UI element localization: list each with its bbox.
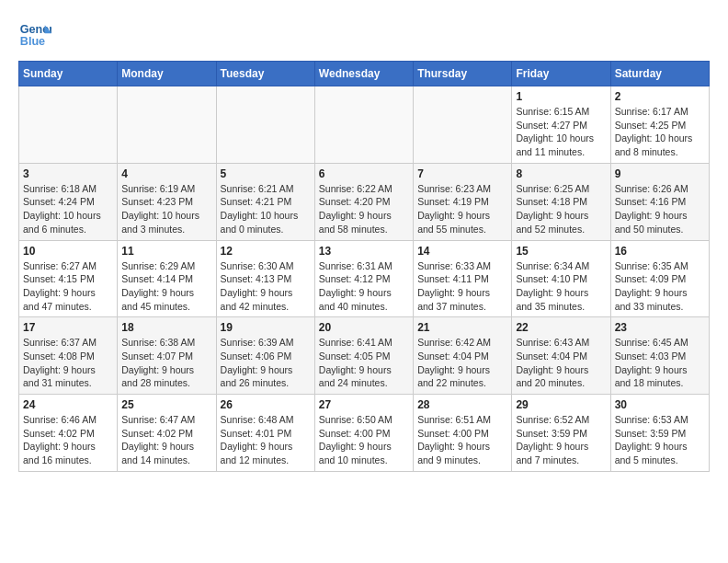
calendar-header-row: SundayMondayTuesdayWednesdayThursdayFrid… <box>19 62 710 86</box>
calendar-cell: 9Sunrise: 6:26 AMSunset: 4:16 PMDaylight… <box>610 163 709 240</box>
day-info: Sunrise: 6:27 AMSunset: 4:15 PMDaylight:… <box>23 259 113 314</box>
day-info: Sunrise: 6:33 AMSunset: 4:11 PMDaylight:… <box>417 259 507 314</box>
day-number: 1 <box>516 90 606 103</box>
calendar-cell: 18Sunrise: 6:38 AMSunset: 4:07 PMDayligh… <box>118 317 216 395</box>
calendar-cell: 15Sunrise: 6:34 AMSunset: 4:10 PMDayligh… <box>512 240 610 317</box>
day-number: 13 <box>319 245 409 258</box>
day-info: Sunrise: 6:26 AMSunset: 4:16 PMDaylight:… <box>615 182 705 236</box>
day-number: 10 <box>23 245 113 258</box>
day-number: 11 <box>121 245 211 258</box>
day-info: Sunrise: 6:38 AMSunset: 4:07 PMDaylight:… <box>121 336 211 390</box>
calendar-cell: 20Sunrise: 6:41 AMSunset: 4:05 PMDayligh… <box>314 317 413 395</box>
day-number: 9 <box>615 167 705 180</box>
calendar-cell: 28Sunrise: 6:51 AMSunset: 4:00 PMDayligh… <box>414 395 512 472</box>
day-number: 29 <box>516 398 606 411</box>
calendar-cell: 12Sunrise: 6:30 AMSunset: 4:13 PMDayligh… <box>216 240 314 317</box>
calendar-cell: 23Sunrise: 6:45 AMSunset: 4:03 PMDayligh… <box>610 317 709 395</box>
day-number: 25 <box>121 398 211 411</box>
day-info: Sunrise: 6:23 AMSunset: 4:19 PMDaylight:… <box>417 182 507 236</box>
day-of-week-header: Sunday <box>19 62 118 86</box>
day-number: 26 <box>221 398 311 411</box>
calendar-cell: 3Sunrise: 6:18 AMSunset: 4:24 PMDaylight… <box>19 163 118 240</box>
day-info: Sunrise: 6:31 AMSunset: 4:12 PMDaylight:… <box>319 259 409 314</box>
day-number: 27 <box>319 398 409 411</box>
calendar-cell <box>414 86 512 164</box>
day-info: Sunrise: 6:48 AMSunset: 4:01 PMDaylight:… <box>221 413 311 467</box>
calendar-cell: 22Sunrise: 6:43 AMSunset: 4:04 PMDayligh… <box>512 317 610 395</box>
calendar-cell: 4Sunrise: 6:19 AMSunset: 4:23 PMDaylight… <box>118 163 216 240</box>
day-of-week-header: Thursday <box>414 62 512 86</box>
day-info: Sunrise: 6:35 AMSunset: 4:09 PMDaylight:… <box>615 259 705 314</box>
calendar-week-row: 24Sunrise: 6:46 AMSunset: 4:02 PMDayligh… <box>19 395 710 472</box>
day-number: 3 <box>23 167 113 180</box>
day-number: 20 <box>319 321 409 334</box>
svg-text:Blue: Blue <box>20 35 45 48</box>
day-info: Sunrise: 6:43 AMSunset: 4:04 PMDaylight:… <box>516 336 606 390</box>
day-info: Sunrise: 6:53 AMSunset: 3:59 PMDaylight:… <box>615 413 705 467</box>
day-of-week-header: Wednesday <box>314 62 413 86</box>
calendar-week-row: 17Sunrise: 6:37 AMSunset: 4:08 PMDayligh… <box>19 317 710 395</box>
day-of-week-header: Saturday <box>610 62 709 86</box>
day-number: 28 <box>417 398 507 411</box>
day-info: Sunrise: 6:29 AMSunset: 4:14 PMDaylight:… <box>121 259 211 314</box>
page-header: General Blue <box>18 18 710 52</box>
day-number: 7 <box>417 167 507 180</box>
calendar-cell: 6Sunrise: 6:22 AMSunset: 4:20 PMDaylight… <box>314 163 413 240</box>
day-number: 14 <box>417 245 507 258</box>
day-number: 5 <box>221 167 311 180</box>
day-info: Sunrise: 6:42 AMSunset: 4:04 PMDaylight:… <box>417 336 507 390</box>
calendar-week-row: 1Sunrise: 6:15 AMSunset: 4:27 PMDaylight… <box>19 86 710 164</box>
day-number: 4 <box>121 167 211 180</box>
day-number: 24 <box>23 398 113 411</box>
day-info: Sunrise: 6:18 AMSunset: 4:24 PMDaylight:… <box>23 182 113 236</box>
day-info: Sunrise: 6:34 AMSunset: 4:10 PMDaylight:… <box>516 259 606 314</box>
day-info: Sunrise: 6:50 AMSunset: 4:00 PMDaylight:… <box>319 413 409 467</box>
day-info: Sunrise: 6:30 AMSunset: 4:13 PMDaylight:… <box>221 259 311 314</box>
day-number: 18 <box>121 321 211 334</box>
calendar-cell: 11Sunrise: 6:29 AMSunset: 4:14 PMDayligh… <box>118 240 216 317</box>
day-info: Sunrise: 6:45 AMSunset: 4:03 PMDaylight:… <box>615 336 705 390</box>
calendar-cell: 5Sunrise: 6:21 AMSunset: 4:21 PMDaylight… <box>216 163 314 240</box>
day-info: Sunrise: 6:15 AMSunset: 4:27 PMDaylight:… <box>516 105 606 159</box>
calendar-cell: 29Sunrise: 6:52 AMSunset: 3:59 PMDayligh… <box>512 395 610 472</box>
day-of-week-header: Friday <box>512 62 610 86</box>
calendar-cell <box>118 86 216 164</box>
day-number: 21 <box>417 321 507 334</box>
day-number: 12 <box>221 245 311 258</box>
logo-icon: General Blue <box>18 18 51 52</box>
logo: General Blue <box>18 18 51 52</box>
day-number: 17 <box>23 321 113 334</box>
calendar-cell: 17Sunrise: 6:37 AMSunset: 4:08 PMDayligh… <box>19 317 118 395</box>
calendar-cell: 21Sunrise: 6:42 AMSunset: 4:04 PMDayligh… <box>414 317 512 395</box>
day-info: Sunrise: 6:51 AMSunset: 4:00 PMDaylight:… <box>417 413 507 467</box>
calendar-cell: 8Sunrise: 6:25 AMSunset: 4:18 PMDaylight… <box>512 163 610 240</box>
day-number: 30 <box>615 398 705 411</box>
day-of-week-header: Monday <box>118 62 216 86</box>
day-info: Sunrise: 6:46 AMSunset: 4:02 PMDaylight:… <box>23 413 113 467</box>
day-number: 16 <box>615 245 705 258</box>
calendar-week-row: 3Sunrise: 6:18 AMSunset: 4:24 PMDaylight… <box>19 163 710 240</box>
day-info: Sunrise: 6:17 AMSunset: 4:25 PMDaylight:… <box>615 105 705 159</box>
calendar-cell: 1Sunrise: 6:15 AMSunset: 4:27 PMDaylight… <box>512 86 610 164</box>
day-info: Sunrise: 6:39 AMSunset: 4:06 PMDaylight:… <box>221 336 311 390</box>
calendar-cell: 19Sunrise: 6:39 AMSunset: 4:06 PMDayligh… <box>216 317 314 395</box>
calendar-cell: 30Sunrise: 6:53 AMSunset: 3:59 PMDayligh… <box>610 395 709 472</box>
day-number: 19 <box>221 321 311 334</box>
day-info: Sunrise: 6:19 AMSunset: 4:23 PMDaylight:… <box>121 182 211 236</box>
day-info: Sunrise: 6:37 AMSunset: 4:08 PMDaylight:… <box>23 336 113 390</box>
calendar-cell: 14Sunrise: 6:33 AMSunset: 4:11 PMDayligh… <box>414 240 512 317</box>
day-number: 22 <box>516 321 606 334</box>
calendar-cell: 13Sunrise: 6:31 AMSunset: 4:12 PMDayligh… <box>314 240 413 317</box>
day-number: 6 <box>319 167 409 180</box>
day-number: 8 <box>516 167 606 180</box>
calendar-cell: 24Sunrise: 6:46 AMSunset: 4:02 PMDayligh… <box>19 395 118 472</box>
day-info: Sunrise: 6:21 AMSunset: 4:21 PMDaylight:… <box>221 182 311 236</box>
calendar-cell <box>19 86 118 164</box>
calendar-cell: 27Sunrise: 6:50 AMSunset: 4:00 PMDayligh… <box>314 395 413 472</box>
calendar-cell <box>314 86 413 164</box>
day-number: 2 <box>615 90 705 103</box>
day-of-week-header: Tuesday <box>216 62 314 86</box>
calendar-cell: 10Sunrise: 6:27 AMSunset: 4:15 PMDayligh… <box>19 240 118 317</box>
day-info: Sunrise: 6:22 AMSunset: 4:20 PMDaylight:… <box>319 182 409 236</box>
calendar-cell: 2Sunrise: 6:17 AMSunset: 4:25 PMDaylight… <box>610 86 709 164</box>
